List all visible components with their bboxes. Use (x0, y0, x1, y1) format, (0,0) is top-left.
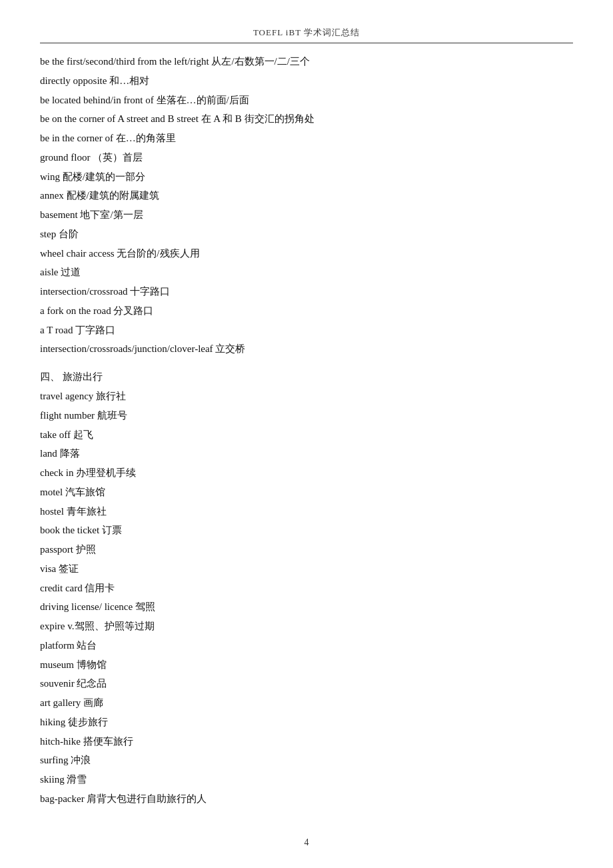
vocab-line-line11: wheel chair access 无台阶的/残疾人用 (40, 245, 573, 263)
page-container: TOEFL iBT 学术词汇总结 be the first/second/thi… (0, 0, 613, 849)
vocab-line-t1: travel agency 旅行社 (40, 387, 573, 406)
vocab-line-line14: a fork on the road 分叉路口 (40, 302, 573, 321)
vocab-line-t10: visa 签证 (40, 560, 573, 579)
vocab-line-t19: hitch-hike 搭便车旅行 (40, 733, 573, 751)
page-header: TOEFL iBT 学术词汇总结 (40, 27, 573, 43)
vocab-line-line5: be in the corner of 在…的角落里 (40, 129, 573, 148)
travel-vocabulary-section: travel agency 旅行社flight number 航班号take o… (40, 387, 573, 809)
vocab-line-t4: land 降落 (40, 445, 573, 463)
vocab-line-t20: surfing 冲浪 (40, 751, 573, 770)
vocab-line-t17: art gallery 画廊 (40, 694, 573, 713)
vocab-line-line6: ground floor （英）首层 (40, 149, 573, 167)
vocab-line-line10: step 台阶 (40, 225, 573, 244)
vocab-line-t16: souvenir 纪念品 (40, 675, 573, 693)
page-number: 4 (305, 837, 309, 848)
vocab-line-t21: skiing 滑雪 (40, 771, 573, 789)
vocab-line-t13: expire v.驾照、护照等过期 (40, 617, 573, 636)
vocab-line-t9: passport 护照 (40, 541, 573, 559)
section4-heading: 四、 旅游出行 (40, 371, 573, 383)
vocab-line-t7: hostel 青年旅社 (40, 503, 573, 521)
vocab-line-t12: driving license/ licence 驾照 (40, 598, 573, 617)
vocab-line-line7: wing 配楼/建筑的一部分 (40, 168, 573, 187)
vocab-line-t15: museum 博物馆 (40, 656, 573, 675)
vocab-line-line13: intersection/crossroad 十字路口 (40, 283, 573, 301)
vocab-line-t11: credit card 信用卡 (40, 579, 573, 598)
vocab-line-line16: intersection/crossroads/junction/clover-… (40, 340, 573, 359)
vocab-line-t6: motel 汽车旅馆 (40, 483, 573, 502)
header-title: TOEFL iBT 学术词汇总结 (253, 27, 360, 37)
vocab-line-t18: hiking 徒步旅行 (40, 713, 573, 732)
vocab-line-line9: basement 地下室/第一层 (40, 206, 573, 225)
location-vocabulary-section: be the first/second/third from the left/… (40, 53, 573, 359)
vocab-line-line3: be located behind/in front of 坐落在…的前面/后面 (40, 91, 573, 110)
vocab-line-line4: be on the corner of A street and B stree… (40, 110, 573, 129)
vocab-line-t22: bag-packer 肩背大包进行自助旅行的人 (40, 790, 573, 809)
vocab-line-t5: check in 办理登机手续 (40, 464, 573, 483)
vocab-line-t14: platform 站台 (40, 637, 573, 655)
vocab-line-line2: directly opposite 和…相对 (40, 72, 573, 91)
vocab-line-line1: be the first/second/third from the left/… (40, 53, 573, 71)
vocab-line-t8: book the ticket 订票 (40, 521, 573, 540)
vocab-line-line8: annex 配楼/建筑的附属建筑 (40, 187, 573, 205)
vocab-line-t3: take off 起飞 (40, 426, 573, 445)
vocab-line-line15: a T road 丁字路口 (40, 321, 573, 340)
vocab-line-line12: aisle 过道 (40, 263, 573, 282)
vocab-line-t2: flight number 航班号 (40, 407, 573, 425)
